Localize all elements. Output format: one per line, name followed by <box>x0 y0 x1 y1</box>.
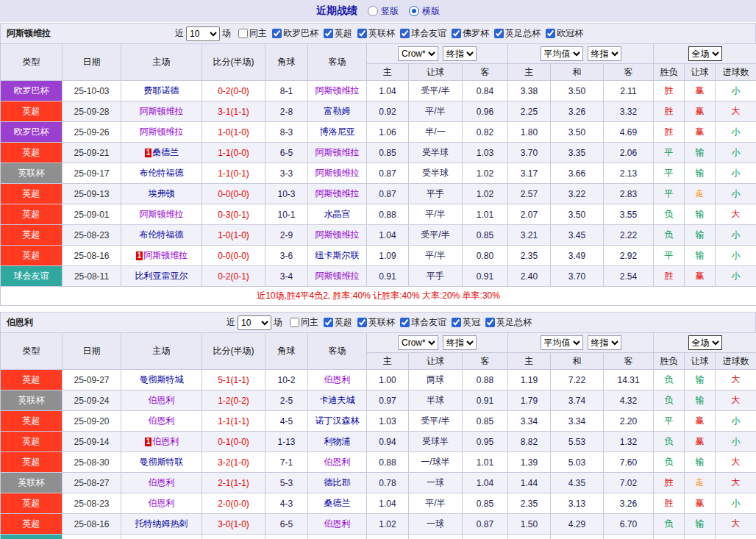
recent-count-select[interactable]: 10 <box>238 315 271 330</box>
sections: 阿斯顿维拉近10场同主欧罗巴杯英超英联杯球会友谊佛罗杯英足总杯欧冠杯类型日期主场… <box>0 23 756 539</box>
match-row: 英超25-09-141伯恩利0-1(0-0)1-13利物浦0.94受球半0.95… <box>1 432 756 452</box>
odds-away-cell: 0.82 <box>463 122 508 143</box>
match-row: 欧罗巴杯25-09-26阿斯顿维拉1-0(1-0)8-3博洛尼亚1.06半/一0… <box>1 122 756 143</box>
avg-source-select[interactable]: 平均值 <box>541 335 583 350</box>
away-team-link[interactable]: 诺丁汉森林 <box>315 415 360 426</box>
same-home-checkbox-input[interactable] <box>290 318 299 327</box>
date-cell: 25-09-01 <box>63 204 121 225</box>
avg-source-select[interactable]: 平均值 <box>541 46 583 61</box>
recent-count-select[interactable]: 10 <box>186 26 220 41</box>
league-filter-checkbox-input[interactable] <box>452 318 461 327</box>
away-team-link[interactable]: 阿斯顿维拉 <box>315 188 360 199</box>
odds-stage-select[interactable]: 终指 <box>443 46 477 61</box>
away-team-link[interactable]: 阿斯顿维拉 <box>315 271 360 281</box>
home-team-link[interactable]: 伯恩利 <box>149 498 175 508</box>
odds-source-select[interactable]: Crow* <box>398 335 438 350</box>
league-filter-checkbox[interactable]: 球会友谊 <box>400 316 446 329</box>
column-header: 类型 <box>1 44 63 81</box>
away-team-link[interactable]: 阿斯顿维拉 <box>315 85 360 96</box>
away-team-link[interactable]: 伯恩利 <box>324 518 351 529</box>
league-filter-checkbox-input[interactable] <box>494 29 504 38</box>
away-team-link[interactable]: 博洛尼亚 <box>320 126 355 137</box>
home-team-link[interactable]: 阿斯顿维拉 <box>140 126 184 137</box>
league-filter-checkbox[interactable]: 英超 <box>324 316 352 329</box>
odds-source-select[interactable]: Crow* <box>398 46 438 61</box>
away-team-link[interactable]: 水晶宫 <box>324 209 351 219</box>
home-team-link[interactable]: 费耶诺德 <box>144 85 179 96</box>
away-team-link[interactable]: 伯恩利 <box>324 457 351 467</box>
away-team-link[interactable]: 阿斯顿维拉 <box>315 147 360 157</box>
home-team-link[interactable]: 曼彻斯特城 <box>140 374 184 385</box>
away-team-cell: 纽卡斯尔联 <box>308 246 367 266</box>
home-team-link[interactable]: 布伦特福德 <box>140 168 184 178</box>
away-team-link[interactable]: 阿斯顿维拉 <box>315 229 360 240</box>
avg-stage-select[interactable]: 终指 <box>588 335 621 350</box>
league-filter-checkbox-input[interactable] <box>357 29 367 38</box>
avg-away-cell: 2.20 <box>604 411 654 432</box>
home-team-link[interactable]: 伯恩利 <box>152 436 179 446</box>
away-team-link[interactable]: 德比郡 <box>324 477 351 488</box>
league-filter-checkbox[interactable]: 英联杯 <box>357 316 395 329</box>
home-team-link[interactable]: 曼彻斯特联 <box>140 457 184 467</box>
away-team-link[interactable]: 阿斯顿维拉 <box>315 168 360 178</box>
league-filter-checkbox[interactable]: 英超 <box>324 27 352 40</box>
scope-select[interactable]: 全场 <box>688 46 722 61</box>
scope-select[interactable]: 全场 <box>688 335 722 350</box>
home-team-link[interactable]: 布伦特福德 <box>140 229 184 240</box>
same-home-checkbox-input[interactable] <box>238 29 248 38</box>
league-filter-checkbox[interactable]: 英联杯 <box>357 27 395 40</box>
league-filter-checkbox-input[interactable] <box>324 29 333 38</box>
home-team-cell: 曼彻斯特城 <box>121 370 202 390</box>
home-team-cell: 曼彻斯特联 <box>121 452 202 473</box>
score-cell: 5-1(1-1) <box>202 370 265 390</box>
league-filter-checkbox-input[interactable] <box>357 318 367 327</box>
date-cell: 25-08-23 <box>63 225 121 246</box>
avg-stage-select[interactable]: 终指 <box>588 46 621 61</box>
league-cell: 欧罗巴杯 <box>1 81 63 101</box>
home-team-link[interactable]: 埃弗顿 <box>149 188 175 199</box>
goals-result-cell: 大 <box>716 204 756 225</box>
avg-away-cell: 2.06 <box>604 143 654 163</box>
recent-label: 近 <box>175 27 184 40</box>
away-team-link[interactable]: 伯恩利 <box>324 374 351 385</box>
odds-home-cell: 1.06 <box>367 122 409 143</box>
league-filter-checkbox-input[interactable] <box>272 29 282 38</box>
home-team-link[interactable]: 阿斯顿维拉 <box>143 250 188 260</box>
home-team-link[interactable]: 比利亚雷亚尔 <box>135 271 188 281</box>
home-team-link[interactable]: 阿斯顿维拉 <box>140 209 184 219</box>
away-team-link[interactable]: 富勒姆 <box>324 106 351 116</box>
league-filter-checkbox[interactable]: 欧罗巴杯 <box>272 27 318 40</box>
handicap-cell: 一球 <box>409 514 463 535</box>
league-filter-checkbox-input[interactable] <box>400 29 410 38</box>
league-filter-checkbox-input[interactable] <box>452 29 461 38</box>
home-team-link[interactable]: 伯恩利 <box>149 415 175 426</box>
same-home-checkbox[interactable]: 同主 <box>290 316 318 329</box>
handicap-cell: 受球半 <box>409 432 463 452</box>
league-filter-checkbox[interactable]: 佛罗杯 <box>452 27 489 40</box>
league-filter-checkbox[interactable]: 欧冠杯 <box>546 27 583 40</box>
home-team-link[interactable]: 托特纳姆热刺 <box>135 518 188 529</box>
home-team-link[interactable]: 阿斯顿维拉 <box>140 106 184 116</box>
avg-home-cell: 1.19 <box>508 370 551 390</box>
league-filter-checkbox-input[interactable] <box>546 29 555 38</box>
league-filter-checkbox[interactable]: 英足总杯 <box>485 316 532 329</box>
layout-radio[interactable]: 横版 <box>409 5 440 18</box>
away-team-link[interactable]: 纽卡斯尔联 <box>315 250 360 260</box>
league-filter-checkbox[interactable]: 英冠 <box>452 316 480 329</box>
league-filter-checkbox[interactable]: 英足总杯 <box>494 27 541 40</box>
away-team-link[interactable]: 利物浦 <box>324 436 351 446</box>
league-filter-checkbox[interactable]: 球会友谊 <box>400 27 446 40</box>
home-team-link[interactable]: 桑德兰 <box>152 147 179 157</box>
same-home-checkbox[interactable]: 同主 <box>238 27 267 40</box>
away-team-link[interactable]: 卡迪夫城 <box>320 395 355 405</box>
home-team-link[interactable]: 伯恩利 <box>149 477 175 488</box>
odds-stage-select[interactable]: 终指 <box>443 335 477 350</box>
checkbox-label: 球会友谊 <box>411 27 446 40</box>
layout-radio[interactable]: 竖版 <box>368 5 399 18</box>
summary-row: 近10场,胜4平4负2, 胜率:40% 让胜率:40% 大率:20% 单率:30… <box>1 287 756 306</box>
league-filter-checkbox-input[interactable] <box>324 318 333 327</box>
league-filter-checkbox-input[interactable] <box>400 318 410 327</box>
league-filter-checkbox-input[interactable] <box>485 318 495 327</box>
home-team-link[interactable]: 伯恩利 <box>149 395 175 405</box>
away-team-link[interactable]: 桑德兰 <box>324 498 351 508</box>
